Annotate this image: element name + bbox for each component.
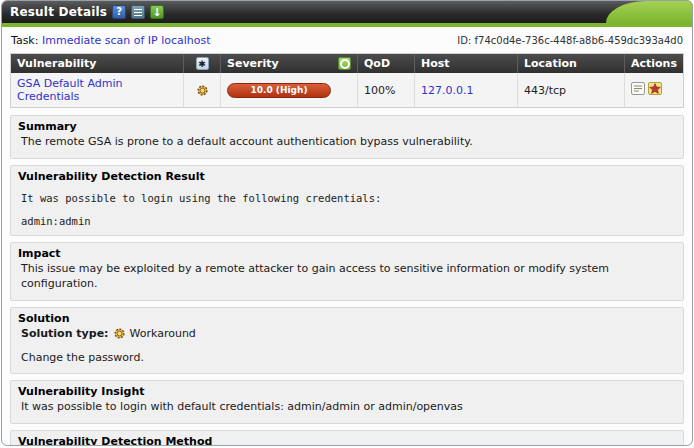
section-insight-body: It was possible to login with default cr… bbox=[18, 400, 676, 415]
task-label: Task: bbox=[11, 34, 38, 47]
result-row: GSA Default Admin Credentials 10.0 (High… bbox=[11, 73, 683, 107]
header-vulnerability: Vulnerability bbox=[11, 54, 184, 73]
section-detection-method-title: Vulnerability Detection Method bbox=[18, 435, 676, 446]
header-severity-label: Severity bbox=[227, 57, 279, 70]
section-insight: Vulnerability Insight It was possible to… bbox=[10, 380, 684, 424]
host-link[interactable]: 127.0.0.1 bbox=[421, 84, 473, 97]
detection-result-line1: It was possible to login using the follo… bbox=[18, 192, 676, 204]
cell-solution-type bbox=[184, 73, 221, 107]
toggle-ring bbox=[340, 59, 350, 69]
list-icon-lines bbox=[134, 9, 142, 16]
task-link[interactable]: Immediate scan of IP localhost bbox=[42, 34, 211, 47]
page-title: Result Details bbox=[10, 5, 107, 19]
cell-vulnerability: GSA Default Admin Credentials bbox=[11, 73, 184, 107]
section-impact: Impact This issue may be exploited by a … bbox=[10, 242, 684, 301]
severity-badge: 10.0 (High) bbox=[227, 83, 331, 98]
title-bar: Result Details ? ↓ bbox=[2, 1, 692, 27]
header-host: Host bbox=[415, 54, 518, 73]
section-summary: Summary The remote GSA is prone to a def… bbox=[10, 115, 684, 159]
section-solution-title: Solution bbox=[18, 312, 676, 325]
result-table-header: Vulnerability ✱ Severity QoD Host Locati… bbox=[11, 54, 683, 73]
download-icon[interactable]: ↓ bbox=[150, 5, 164, 19]
section-detection-method: Vulnerability Detection Method Try to lo… bbox=[10, 430, 684, 446]
solution-type-line: Solution type: Workaround bbox=[18, 327, 676, 340]
green-swoosh-decoration bbox=[606, 1, 692, 23]
task-line: Task: Immediate scan of IP localhost ID:… bbox=[2, 27, 692, 52]
vulnerability-link[interactable]: GSA Default Admin Credentials bbox=[17, 77, 177, 103]
result-details-window: Result Details ? ↓ Task: Immediate scan … bbox=[1, 0, 693, 446]
section-detection-result: Vulnerability Detection Result It was po… bbox=[10, 165, 684, 236]
section-solution: Solution Solution type: Workaround Chang… bbox=[10, 307, 684, 375]
result-table: Vulnerability ✱ Severity QoD Host Locati… bbox=[10, 53, 684, 108]
section-summary-body: The remote GSA is prone to a default acc… bbox=[18, 135, 676, 150]
solution-type-value: Workaround bbox=[130, 327, 196, 340]
cell-qod: 100% bbox=[358, 73, 415, 107]
section-impact-body: This issue may be exploited by a remote … bbox=[18, 262, 676, 292]
section-solution-body: Change the password. bbox=[18, 351, 676, 366]
solution-type-label: Solution type: bbox=[21, 327, 109, 340]
section-detection-result-title: Vulnerability Detection Result bbox=[18, 170, 676, 183]
result-id: ID: f74c0d4e-736c-448f-a8b6-459dc393a4d0 bbox=[457, 35, 683, 46]
workaround-gear-icon bbox=[113, 327, 126, 340]
cell-location: 443/tcp bbox=[518, 73, 625, 107]
help-icon[interactable]: ? bbox=[112, 5, 126, 19]
detection-result-line2: admin:admin bbox=[18, 215, 676, 227]
severity-override-toggle-icon[interactable] bbox=[338, 57, 351, 70]
workaround-gear-icon bbox=[196, 84, 209, 97]
detail-sections: Summary The remote GSA is prone to a def… bbox=[2, 108, 692, 446]
header-actions: Actions bbox=[625, 54, 683, 73]
cell-actions bbox=[625, 73, 683, 107]
section-summary-title: Summary bbox=[18, 120, 676, 133]
section-insight-title: Vulnerability Insight bbox=[18, 385, 676, 398]
cell-severity: 10.0 (High) bbox=[221, 73, 358, 107]
header-solution-type: ✱ bbox=[184, 54, 221, 73]
section-impact-title: Impact bbox=[18, 247, 676, 260]
solution-type-icon: ✱ bbox=[196, 57, 209, 70]
header-severity: Severity bbox=[221, 54, 358, 73]
header-qod: QoD bbox=[358, 54, 415, 73]
cell-host: 127.0.0.1 bbox=[415, 73, 518, 107]
task-label-group: Task: Immediate scan of IP localhost bbox=[11, 34, 211, 47]
header-location: Location bbox=[518, 54, 625, 73]
add-override-icon[interactable] bbox=[648, 82, 662, 98]
add-note-icon[interactable] bbox=[631, 82, 645, 98]
list-icon[interactable] bbox=[131, 5, 145, 19]
